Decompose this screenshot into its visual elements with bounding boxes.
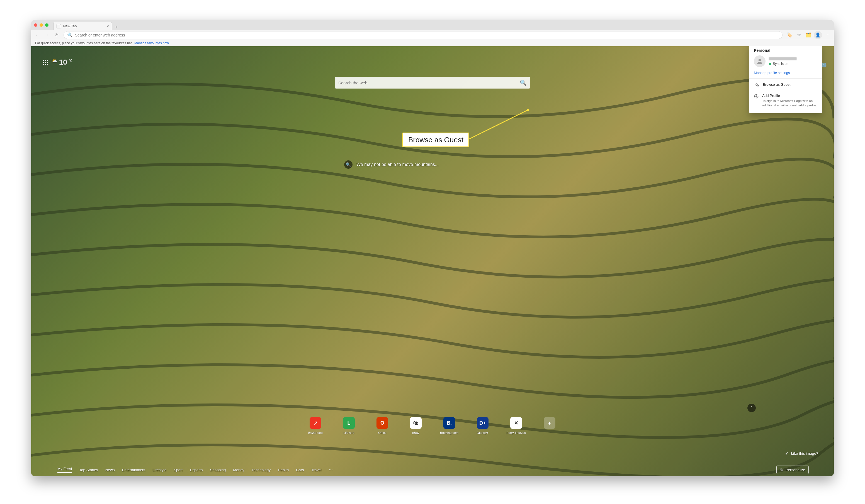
star-icon: ☆ xyxy=(797,32,801,38)
like-image-label: Like this image? xyxy=(791,452,818,456)
add-profile-label: Add Profile xyxy=(762,94,817,98)
personalize-label: Personalize xyxy=(786,468,805,472)
feed-tab[interactable]: Lifestyle xyxy=(153,468,166,472)
feed-tab[interactable]: Sport xyxy=(174,468,183,472)
tile-label: BuzzFeed xyxy=(308,431,323,434)
browse-as-guest-item[interactable]: Browse as Guest xyxy=(749,80,822,91)
status-dot-icon xyxy=(769,63,771,65)
add-quick-link-button[interactable]: ＋ xyxy=(541,417,558,434)
favourites-bar-text: For quick access, place your favourites … xyxy=(35,41,132,45)
personalize-button[interactable]: ✎Personalize xyxy=(776,466,809,474)
tile-icon: ✕ xyxy=(510,417,522,429)
profile-row: Sync is on xyxy=(749,56,822,69)
close-tab-button[interactable]: × xyxy=(107,24,109,28)
ntp-search-submit[interactable]: 🔍 xyxy=(520,79,527,86)
gear-icon: ⚙️ xyxy=(821,62,827,68)
tile-label: eBay xyxy=(412,431,419,434)
guest-icon xyxy=(754,82,759,88)
address-input[interactable] xyxy=(75,33,779,37)
tag-icon: 🏷️ xyxy=(787,32,792,38)
window-controls xyxy=(34,20,52,30)
sync-status-text: Sync is on xyxy=(773,62,788,66)
tile-icon: L xyxy=(343,417,355,429)
chevron-up-icon: ˄ xyxy=(750,406,753,411)
toolbar: ← → ⟳ 🔍 🏷️ ☆ 🗂️ 👤 ⋯ xyxy=(31,30,834,40)
minimize-window-button[interactable] xyxy=(39,23,43,27)
add-profile-item[interactable]: Add Profile To sign in to Microsoft Edge… xyxy=(749,91,822,110)
tab-title: New Tab xyxy=(63,24,77,28)
search-icon: 🔍 xyxy=(520,80,527,86)
collections-button[interactable]: 🗂️ xyxy=(804,31,812,39)
sync-status: Sync is on xyxy=(769,62,797,66)
close-window-button[interactable] xyxy=(34,23,37,27)
feed-tab[interactable]: Top Stories xyxy=(79,468,98,472)
arrow-left-icon: ← xyxy=(35,33,40,38)
like-image[interactable]: ⤢ Like this image? xyxy=(785,451,818,456)
image-quote: 🔍 We may not be able to move mountains..… xyxy=(344,160,439,169)
omnibox[interactable]: 🔍 xyxy=(64,31,783,39)
feed-tab[interactable]: Shopping xyxy=(210,468,226,472)
scrim xyxy=(31,46,834,476)
new-tab-button[interactable]: ＋ xyxy=(112,23,120,30)
weather-unit: °C xyxy=(69,59,72,63)
reload-button[interactable]: ⟳ xyxy=(53,31,61,39)
weather-icon: ⛅ xyxy=(52,58,57,63)
browser-window: New Tab × ＋ ← → ⟳ 🔍 🏷️ ☆ 🗂️ 👤 ⋯ For quic… xyxy=(31,20,834,476)
quote-search-button[interactable]: 🔍 xyxy=(344,160,353,169)
expand-icon: ⤢ xyxy=(785,451,788,456)
tile-label: Disney+ xyxy=(477,431,488,434)
annotation-label: Browse as Guest xyxy=(402,132,469,147)
feed-tab[interactable]: News xyxy=(105,468,115,472)
annotation-line-icon xyxy=(469,108,531,142)
feed-more-button[interactable]: ⋯ xyxy=(329,468,333,472)
tile-icon: ↗ xyxy=(310,417,321,429)
annotation-callout: Browse as Guest xyxy=(402,132,469,147)
search-icon: 🔍 xyxy=(346,162,351,167)
app-launcher-button[interactable] xyxy=(43,60,48,65)
profile-button[interactable]: 👤 xyxy=(814,31,822,39)
ntp-search[interactable]: 🔍 xyxy=(335,77,530,89)
quick-link-tile[interactable]: OOffice xyxy=(374,417,391,434)
more-button[interactable]: ⋯ xyxy=(823,31,832,39)
quick-link-tile[interactable]: 🛍eBay xyxy=(407,417,424,434)
favourites-bar: For quick access, place your favourites … xyxy=(31,40,834,46)
profile-name-redacted xyxy=(769,57,797,60)
new-tab-page: Hide favourites ⛅ xyxy=(31,46,834,476)
feed-tab[interactable]: Esports xyxy=(190,468,203,472)
back-button[interactable]: ← xyxy=(33,31,42,39)
weather-widget[interactable]: ⛅ 10 °C xyxy=(52,58,72,67)
feed-tab[interactable]: Entertainment xyxy=(122,468,146,472)
quick-link-tile[interactable]: D+Disney+ xyxy=(474,417,491,434)
shopping-button[interactable]: 🏷️ xyxy=(785,31,794,39)
maximize-window-button[interactable] xyxy=(45,23,48,27)
tile-label: Booking.com xyxy=(440,431,459,434)
svg-line-4 xyxy=(469,110,528,139)
manage-profile-link[interactable]: Manage profile settings xyxy=(749,69,822,78)
feed-tab[interactable]: Technology xyxy=(252,468,270,472)
quick-link-tile[interactable]: ✕Forty Thieves xyxy=(508,417,524,434)
ellipsis-icon: ⋯ xyxy=(825,32,830,38)
tile-icon: B. xyxy=(443,417,455,429)
ntp-search-input[interactable] xyxy=(338,81,520,85)
feed-tabs: My FeedTop StoriesNewsEntertainmentLifes… xyxy=(31,464,834,476)
browser-tab[interactable]: New Tab × xyxy=(54,22,112,30)
profile-flyout: Personal Sync is on Manage profile setti… xyxy=(749,46,822,113)
feed-tab[interactable]: Travel xyxy=(311,468,322,472)
quick-link-tile[interactable]: ↗BuzzFeed xyxy=(307,417,324,434)
tab-favicon xyxy=(57,24,61,28)
weather-temp: 10 xyxy=(59,58,67,67)
tile-label xyxy=(549,431,550,434)
plus-icon: ＋ xyxy=(544,417,555,429)
person-icon xyxy=(756,58,763,65)
separator xyxy=(749,78,822,79)
forward-button[interactable]: → xyxy=(43,31,51,39)
feed-tab[interactable]: Health xyxy=(278,468,289,472)
feed-tab[interactable]: Cars xyxy=(296,468,304,472)
svg-point-1 xyxy=(756,83,758,85)
favourites-button[interactable]: ☆ xyxy=(795,31,803,39)
feed-tab[interactable]: Money xyxy=(233,468,244,472)
manage-favourites-link[interactable]: Manage favourites now xyxy=(134,41,169,45)
quick-link-tile[interactable]: LLifewire xyxy=(341,417,357,434)
quick-link-tile[interactable]: B.Booking.com xyxy=(441,417,458,434)
feed-tab[interactable]: My Feed xyxy=(57,467,72,473)
